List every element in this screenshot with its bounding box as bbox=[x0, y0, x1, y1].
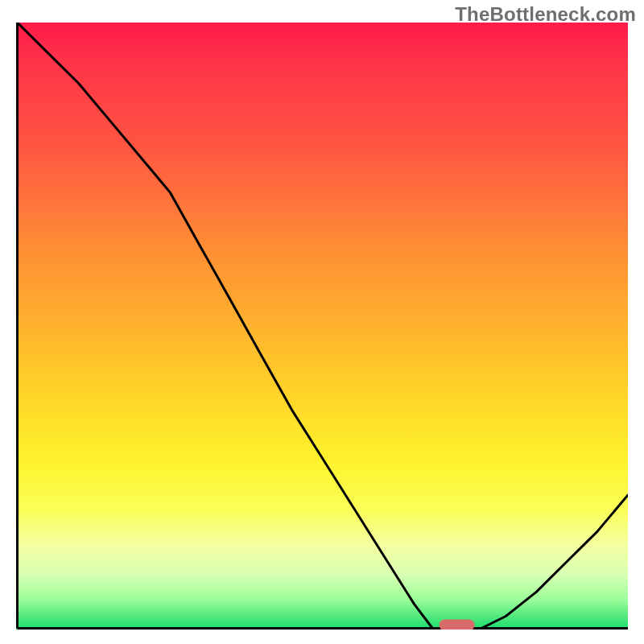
chart-area bbox=[16, 23, 628, 630]
chart-gradient-background bbox=[16, 23, 628, 630]
